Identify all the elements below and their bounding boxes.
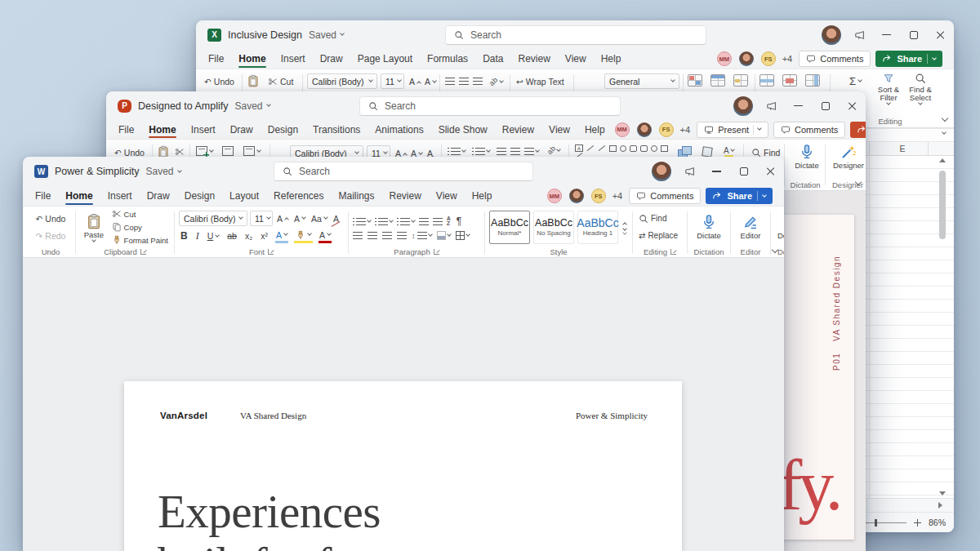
excel-close-button[interactable] — [927, 20, 954, 49]
excel-orientation-button[interactable]: ab — [488, 74, 505, 89]
avatar-overflow-count[interactable]: +4 — [612, 191, 623, 201]
excel-grow-font-button[interactable]: A — [408, 74, 422, 89]
word-saved-status[interactable]: Saved — [146, 166, 181, 177]
excel-feedback-button[interactable] — [846, 20, 873, 49]
word-search-box[interactable]: Search — [274, 162, 533, 181]
word-font-color-button[interactable]: A — [318, 229, 332, 243]
excel-align-top-button[interactable] — [445, 78, 455, 85]
word-minimize-button[interactable] — [703, 157, 730, 186]
word-shading-button[interactable] — [437, 231, 451, 240]
excel-maximize-button[interactable] — [900, 20, 927, 49]
word-font-name-select[interactable]: Calibri (Body) — [179, 211, 247, 226]
excel-conditional-formatting-button[interactable] — [688, 74, 702, 87]
powerpoint-titlebar[interactable]: P Designed to Amplify Saved Search — [106, 91, 866, 120]
powerpoint-tab-animations[interactable]: Animations — [368, 120, 430, 139]
word-tab-references[interactable]: References — [266, 186, 331, 206]
excel-align-bottom-button[interactable] — [473, 78, 483, 85]
word-shrink-font-button[interactable]: A — [292, 211, 307, 226]
excel-format-button[interactable] — [805, 74, 820, 87]
excel-tab-page-layout[interactable]: Page Layout — [350, 49, 420, 69]
word-bold-button[interactable]: B — [179, 229, 189, 243]
excel-cell-styles-button[interactable] — [733, 74, 748, 87]
word-designer-button[interactable]: Designer — [777, 214, 784, 240]
powerpoint-tab-review[interactable]: Review — [495, 120, 541, 139]
word-share-button[interactable]: Share — [706, 188, 773, 204]
powerpoint-layout-button[interactable] — [243, 146, 261, 156]
powerpoint-decrease-indent-button[interactable] — [497, 148, 506, 155]
word-undo-button[interactable]: ↶Undo — [34, 211, 68, 226]
avatar-fs[interactable]: FS — [761, 51, 776, 66]
powerpoint-feedback-button[interactable] — [758, 91, 785, 120]
powerpoint-search-box[interactable]: Search — [359, 96, 621, 116]
powerpoint-tab-view[interactable]: View — [541, 120, 577, 139]
word-close-button[interactable] — [757, 157, 784, 186]
document-heading[interactable]: Experiences built for focus — [158, 486, 415, 551]
excel-undo-button[interactable]: ↶Undo — [203, 74, 236, 89]
powerpoint-designer-button[interactable]: Designer — [830, 144, 866, 170]
excel-tab-view[interactable]: View — [558, 49, 594, 69]
excel-font-size-select[interactable]: 11 — [381, 73, 404, 89]
word-find-button[interactable]: Find — [637, 211, 668, 226]
scrollbar-thumb[interactable] — [939, 171, 946, 239]
word-cut-button[interactable]: Cut — [110, 209, 170, 220]
powerpoint-tab-file[interactable]: File — [111, 120, 141, 139]
powerpoint-tab-design[interactable]: Design — [261, 120, 305, 139]
excel-insert-cells-button[interactable] — [760, 74, 774, 87]
excel-minimize-button[interactable] — [873, 20, 900, 49]
style-normal[interactable]: AaBbCc Normal* — [489, 211, 530, 244]
excel-share-button[interactable]: Share — [875, 51, 942, 67]
scroll-up-icon[interactable] — [939, 158, 946, 162]
word-tab-help[interactable]: Help — [465, 186, 500, 206]
word-comments-button[interactable]: Comments — [629, 188, 701, 204]
powerpoint-tab-insert[interactable]: Insert — [184, 120, 223, 139]
excel-saved-status[interactable]: Saved — [309, 29, 344, 41]
excel-cut-button[interactable]: Cut — [266, 74, 295, 89]
document-header[interactable]: VanArsdel VA Shared Design Power & Simpl… — [160, 411, 648, 420]
word-align-right-button[interactable] — [382, 232, 392, 239]
powerpoint-dictate-button[interactable]: Dictate — [791, 144, 823, 170]
powerpoint-tab-help[interactable]: Help — [577, 120, 612, 139]
excel-delete-cells-button[interactable] — [782, 74, 797, 87]
excel-search-box[interactable]: Search — [445, 25, 706, 45]
word-tab-home[interactable]: Home — [58, 186, 100, 206]
powerpoint-close-button[interactable] — [839, 91, 866, 120]
excel-format-as-table-button[interactable] — [710, 74, 725, 87]
word-feedback-button[interactable] — [676, 157, 703, 186]
powerpoint-account-avatar[interactable] — [733, 96, 753, 116]
powerpoint-bullets-button[interactable] — [448, 148, 466, 155]
word-copy-button[interactable]: Copy — [110, 222, 170, 233]
word-titlebar[interactable]: W Power & Simplicity Saved Search — [23, 157, 784, 186]
avatar-photo[interactable] — [569, 189, 584, 203]
word-numbering-button[interactable] — [375, 218, 393, 225]
word-highlight-button[interactable] — [294, 229, 313, 243]
powerpoint-reuse-slides-button[interactable] — [222, 146, 234, 156]
word-superscript-button[interactable]: x² — [259, 229, 270, 243]
word-subscript-button[interactable]: x₂ — [243, 229, 254, 243]
word-multilevel-list-button[interactable] — [397, 218, 415, 225]
powerpoint-shapes-gallery[interactable]: A — [575, 144, 671, 156]
word-format-painter-button[interactable]: Format Paint — [110, 235, 170, 246]
word-align-left-button[interactable] — [353, 232, 363, 239]
avatar-fs[interactable]: FS — [591, 189, 606, 203]
dialog-launcher-icon[interactable] — [670, 249, 676, 255]
avatar-mm[interactable]: MM — [615, 122, 630, 137]
excel-comments-button[interactable]: Comments — [799, 51, 871, 67]
word-account-avatar[interactable] — [652, 162, 671, 181]
document-page[interactable]: VanArsdel VA Shared Design Power & Simpl… — [124, 381, 682, 551]
excel-tab-file[interactable]: File — [201, 49, 231, 69]
excel-tab-formulas[interactable]: Formulas — [420, 49, 475, 69]
powerpoint-text-direction-button[interactable]: ab — [547, 146, 560, 154]
zoom-in-button[interactable] — [914, 519, 921, 527]
word-paste-button[interactable]: Paste — [80, 213, 108, 242]
powerpoint-saved-status[interactable]: Saved — [234, 100, 270, 112]
excel-tab-review[interactable]: Review — [510, 49, 557, 69]
word-tab-insert[interactable]: Insert — [100, 186, 140, 206]
word-tab-draw[interactable]: Draw — [140, 186, 177, 206]
excel-shrink-font-button[interactable]: A — [423, 74, 438, 89]
scroll-down-icon[interactable] — [939, 491, 946, 495]
zoom-level[interactable]: 86% — [929, 518, 946, 527]
excel-align-middle-button[interactable] — [459, 78, 469, 85]
powerpoint-line-spacing-button[interactable] — [524, 148, 539, 155]
powerpoint-present-button[interactable]: Present — [697, 122, 768, 138]
powerpoint-minimize-button[interactable] — [785, 91, 812, 120]
